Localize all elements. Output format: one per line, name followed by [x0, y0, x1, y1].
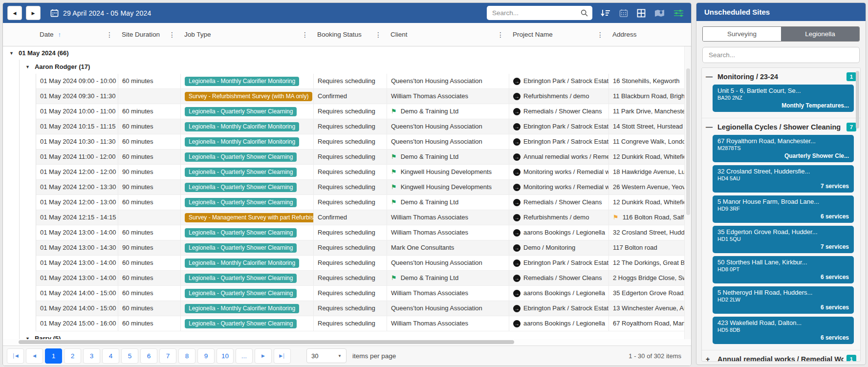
table-row[interactable]: 01 May 2024 10:15 - 11:1560 minutesLegio… — [36, 119, 691, 134]
site-card[interactable]: 50 Storthes Hall Lane, Kirkbur...HD8 0PT… — [713, 256, 854, 283]
date-group-row[interactable]: ▼ 01 May 2024 (66) — [3, 46, 691, 60]
column-header-job-type[interactable]: Job Type⋮ — [180, 23, 313, 46]
column-menu-icon[interactable]: ⋮ — [298, 31, 308, 39]
page-size-dropdown[interactable]: 30 ▼ — [306, 348, 347, 363]
sidebar-group-header[interactable]: +Annual remedial works / Remedial Works1 — [706, 352, 856, 362]
green-flag-icon: ⚑ — [391, 183, 397, 191]
site-card[interactable]: Unit 5 - 6, Bartlett Court, Se...BA20 2N… — [713, 85, 854, 112]
table-row[interactable]: 01 May 2024 13:00 - 14:0060 minutesLegio… — [36, 271, 691, 286]
site-card[interactable]: 423 Wakefield Road, Dalton...HD5 8DB6 se… — [713, 317, 854, 344]
next-week-button[interactable]: ▶ — [26, 6, 41, 20]
next-page-button[interactable]: ▶ — [255, 348, 272, 364]
site-card[interactable]: 35 Edgerton Grove Road, Hudder...HD1 5QU… — [713, 226, 854, 253]
vertical-scrollbar[interactable] — [684, 46, 691, 339]
table-row[interactable]: 01 May 2024 15:00 - 16:0060 minutesLegio… — [36, 316, 691, 331]
first-page-button[interactable]: │◀ — [7, 348, 24, 364]
collapse-caret-icon[interactable]: ▼ — [25, 65, 30, 69]
prev-page-button[interactable]: ◀ — [26, 348, 43, 364]
sidebar-scrollbar-thumb[interactable] — [856, 71, 859, 129]
table-row[interactable]: 01 May 2024 10:00 - 11:0060 minutesLegio… — [36, 104, 691, 119]
site-card[interactable]: 5 Netheroyd Hill Road, Hudders...HD2 2LW… — [713, 286, 854, 314]
site-count-badge: 7 — [846, 123, 856, 131]
column-menu-icon[interactable]: ⋮ — [593, 31, 604, 39]
cell-project: →Monitoring works / Remedial wor — [509, 180, 609, 194]
page-button-9[interactable]: 9 — [197, 348, 215, 364]
column-menu-icon[interactable]: ⋮ — [493, 31, 504, 39]
cell-project: →Ebrington Park / Satrock Estate — [509, 256, 609, 270]
column-menu-icon[interactable]: ⋮ — [102, 31, 113, 39]
table-row[interactable]: 01 May 2024 13:00 - 14:0060 minutesLegio… — [36, 256, 691, 271]
cell-job-type: Legionella - Quarterly Shower Clearning — [181, 165, 314, 179]
cell-duration: 60 minutes — [118, 134, 181, 149]
prev-week-button[interactable]: ◀ — [7, 6, 22, 20]
resource-group-row[interactable]: ▼ Aaron Rodger (17) — [20, 60, 691, 74]
cell-client: ⚑Demo & Training Ltd — [387, 150, 509, 164]
page-button-2[interactable]: 2 — [64, 348, 81, 364]
table-row[interactable]: 01 May 2024 12:00 - 12:0090 minutesLegio… — [36, 165, 691, 180]
address-text: 116 Bolton Road, Salfo — [623, 214, 686, 221]
cell-address: 26 Western Avenue, Yeovil — [609, 180, 686, 194]
collapse-minus-icon[interactable]: — — [706, 73, 717, 81]
column-menu-icon[interactable]: ⋮ — [371, 31, 382, 39]
vertical-scrollbar-thumb[interactable] — [686, 68, 690, 215]
site-card[interactable]: 32 Crosland Street, Huddersfie...HD4 5AU… — [713, 165, 854, 193]
table-row[interactable]: 01 May 2024 10:30 - 11:3060 minutesLegio… — [36, 134, 691, 150]
sort-descending-icon[interactable] — [600, 9, 610, 18]
tab-surveying[interactable]: Surveying — [703, 27, 781, 41]
map-view-icon[interactable] — [654, 9, 665, 18]
horizontal-scrollbar[interactable] — [3, 339, 691, 345]
page-button-3[interactable]: 3 — [83, 348, 100, 364]
column-header-date[interactable]: Date↑⋮ — [35, 23, 117, 46]
page-button-6[interactable]: 6 — [140, 348, 157, 364]
cell-date: 01 May 2024 09:30 - 11:30 — [36, 89, 118, 104]
grid-search-input[interactable] — [491, 9, 581, 17]
sidebar-search-input[interactable] — [702, 47, 860, 63]
table-row[interactable]: 01 May 2024 11:00 - 12:0060 minutesLegio… — [36, 150, 691, 165]
column-header-address[interactable]: Address — [608, 23, 685, 46]
table-row[interactable]: 01 May 2024 12:00 - 13:3090 minutesLegio… — [36, 180, 691, 195]
page-button-...[interactable]: ... — [236, 348, 253, 364]
last-page-button[interactable]: ▶│ — [274, 348, 291, 364]
column-header-client[interactable]: Client⋮ — [386, 23, 508, 46]
cell-booking-status: Requires scheduling — [314, 225, 387, 240]
tab-legionella[interactable]: Legionella — [781, 27, 859, 41]
address-text: 12 The Dorkings, Great Br — [613, 259, 686, 266]
page-button-10[interactable]: 10 — [217, 348, 234, 364]
sidebar-group-header[interactable]: —Monitoring / 23-241 — [706, 70, 856, 83]
table-row[interactable]: 01 May 2024 09:00 - 10:0060 minutesLegio… — [36, 74, 691, 89]
site-card[interactable]: 5 Manor House Farm, Broad Lane...HD9 3RF… — [713, 195, 854, 223]
page-button-4[interactable]: 4 — [102, 348, 119, 364]
page-button-5[interactable]: 5 — [121, 348, 138, 364]
table-row[interactable]: 01 May 2024 13:00 - 14:0060 minutesLegio… — [36, 225, 691, 240]
table-row[interactable]: 01 May 2024 13:00 - 14:3090 minutesLegio… — [36, 240, 691, 256]
page-button-7[interactable]: 7 — [159, 348, 176, 364]
calendar-view-icon[interactable] — [619, 9, 628, 18]
site-card[interactable]: 67 Royalthorn Road, Manchester...M2878TS… — [713, 135, 854, 162]
column-menu-icon[interactable]: ⋮ — [165, 31, 175, 39]
filters-icon[interactable] — [673, 9, 684, 18]
date-range-label[interactable]: 29 April 2024 - 05 May 2024 — [63, 9, 152, 17]
table-row[interactable]: 01 May 2024 12:15 - 14:15Survey - Manage… — [36, 210, 691, 225]
page-button-8[interactable]: 8 — [178, 348, 195, 364]
cell-project: →aarons Bookings / Legionella — [509, 316, 609, 331]
table-row[interactable]: 01 May 2024 12:00 - 13:0060 minutesLegio… — [36, 195, 691, 210]
collapse-minus-icon[interactable]: — — [706, 123, 717, 131]
column-header-site-duration[interactable]: Site Duration⋮ — [117, 23, 180, 46]
table-row[interactable]: 01 May 2024 14:00 - 15:0060 minutesLegio… — [36, 301, 691, 316]
expand-plus-icon[interactable]: + — [706, 355, 717, 362]
sidebar-group-header[interactable]: —Legionella Cycles / Shower Cleaning7 — [706, 120, 856, 133]
page-button-1[interactable]: 1 — [45, 348, 62, 364]
grid-search — [487, 6, 592, 20]
address-text: 12 Dunkirk Road, Whitefie — [613, 198, 686, 206]
column-header-booking-status[interactable]: Booking Status⋮ — [313, 23, 386, 46]
client-name: Queens'ton Housing Association — [391, 259, 482, 266]
cell-client: William Thomas Associates — [387, 210, 509, 225]
table-row[interactable]: 01 May 2024 09:30 - 11:30Survey - Refurb… — [36, 89, 691, 104]
collapse-caret-icon[interactable]: ▼ — [9, 51, 14, 56]
horizontal-scrollbar-thumb[interactable] — [19, 340, 514, 344]
resource-group-row-next[interactable]: ▼ Barry (5) — [20, 331, 691, 339]
grid-view-icon[interactable] — [637, 9, 646, 18]
client-name: William Thomas Associates — [391, 214, 468, 221]
column-header-project-name[interactable]: Project Name⋮ — [508, 23, 608, 46]
table-row[interactable]: 01 May 2024 14:00 - 15:0060 minutesLegio… — [36, 286, 691, 301]
